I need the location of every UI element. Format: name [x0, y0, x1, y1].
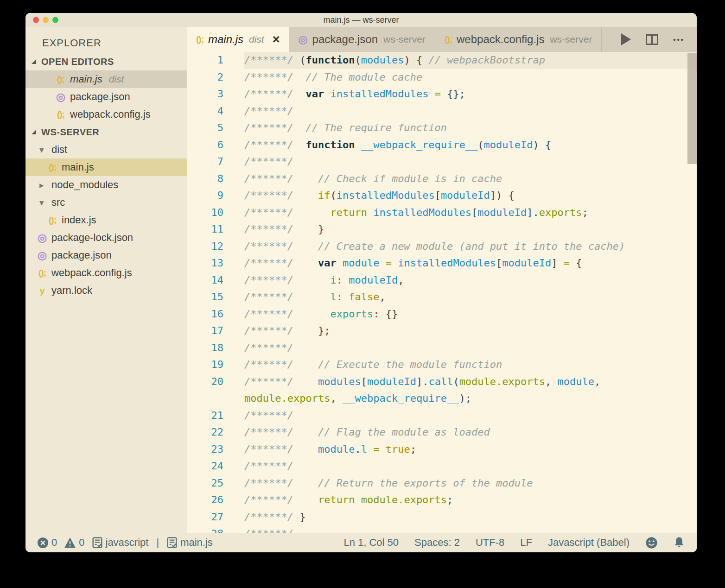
scrollbar-thumb[interactable] [687, 53, 697, 164]
code-line[interactable]: 28/******/ [187, 525, 697, 533]
split-editor-button[interactable] [646, 34, 658, 45]
line-number: 12 [187, 238, 223, 255]
open-editor-item-package.json[interactable]: ◎package.json [25, 88, 187, 106]
tab-main.js[interactable]: ();main.jsdist× [187, 27, 289, 52]
feedback-smiley-icon[interactable] [645, 537, 658, 549]
code-line[interactable]: 25/******/ // Return the exports of the … [187, 475, 697, 492]
close-icon[interactable]: × [273, 33, 280, 46]
code-text: /******/ return module.exports; [244, 492, 697, 509]
code-line[interactable]: 2/******/ // The module cache [187, 69, 697, 86]
tree-folder-node_modules[interactable]: ▸node_modules [25, 176, 187, 194]
tab-package.json[interactable]: ◎package.jsonws-server [289, 27, 435, 52]
tab-label: package.json [312, 33, 378, 46]
code-line[interactable]: 10/******/ return installedModules[modul… [187, 204, 697, 221]
line-number: 11 [187, 221, 223, 238]
tab-webpack.config.js[interactable]: ();webpack.config.jsws-server [435, 27, 602, 52]
code-line[interactable]: 12/******/ // Create a new module (and p… [187, 238, 697, 255]
status-right: Ln 1, Col 50Spaces: 2UTF-8LFJavascript (… [343, 537, 685, 549]
line-number: 4 [187, 103, 223, 120]
code-line[interactable]: 7/******/ [187, 153, 697, 171]
status-indentation[interactable]: Spaces: 2 [414, 537, 460, 549]
json-file-icon: ◎ [52, 91, 69, 103]
code-text: /******/ // The require function [244, 120, 697, 137]
open-editor-item-webpack.config.js[interactable]: ();webpack.config.js [25, 106, 187, 123]
code-line[interactable]: 14/******/ i: moduleId, [187, 272, 697, 289]
tree-file-yarn.lock[interactable]: yyarn.lock [25, 282, 187, 299]
code-line[interactable]: 11/******/ } [187, 221, 697, 238]
code-line[interactable]: 13/******/ var module = installedModules… [187, 255, 697, 272]
code-line[interactable]: 4/******/ [187, 103, 697, 120]
close-window-button[interactable] [33, 17, 39, 23]
tree-file-main.js[interactable]: ();main.js [25, 158, 187, 176]
section-header-workspace[interactable]: WS-SERVER [25, 123, 187, 141]
code-line[interactable]: 15/******/ l: false, [187, 289, 697, 306]
js-file-icon: (); [44, 215, 61, 225]
code-line[interactable]: 22/******/ // Flag the module as loaded [187, 424, 697, 441]
code-line[interactable]: 18/******/ [187, 340, 697, 357]
line-number: 26 [187, 492, 223, 509]
code-line[interactable]: module.exports, __webpack_require__); [187, 390, 697, 407]
window-title: main.js — ws-server [25, 13, 697, 27]
tree-file-package-lock.json[interactable]: ◎package-lock.json [25, 229, 187, 247]
yarn-file-icon: y [34, 285, 51, 296]
code-line[interactable]: 19/******/ // Execute the module functio… [187, 356, 697, 373]
line-number: 1 [187, 52, 223, 69]
code-line[interactable]: 8/******/ // Check if module is in cache [187, 171, 697, 188]
code-text: module.exports, __webpack_require__); [244, 390, 697, 407]
json-file-icon: ◎ [34, 232, 51, 244]
code-text: /******/ var module = installedModules[m… [244, 255, 697, 272]
more-actions-button[interactable]: ••• [673, 36, 685, 44]
line-number: 18 [187, 340, 223, 357]
problems-indicator[interactable]: 0 0 [38, 537, 85, 549]
tree-file-index.js[interactable]: ();index.js [25, 211, 187, 229]
tree-item-label: package.json [51, 249, 112, 261]
open-editor-item-main.js[interactable]: ();main.jsdist [25, 70, 187, 88]
zoom-window-button[interactable] [52, 17, 58, 23]
run-button[interactable] [621, 33, 631, 45]
tree-item-label: webpack.config.js [51, 267, 132, 279]
tree-folder-src[interactable]: ▾src [25, 194, 187, 211]
code-editor[interactable]: 1/******/ (function(modules) { // webpac… [187, 52, 697, 533]
code-text: /******/ exports: {} [244, 306, 697, 323]
code-text: /******/ } [244, 221, 697, 238]
tree-file-webpack.config.js[interactable]: ();webpack.config.js [25, 264, 187, 282]
explorer-sidebar: EXPLORER OPEN EDITORS();main.jsdist◎pack… [25, 27, 187, 533]
linter-status[interactable]: javascript | main.js [92, 537, 213, 549]
line-number: 28 [187, 525, 223, 533]
section-twisty-icon [32, 130, 36, 134]
code-line[interactable]: 21/******/ [187, 407, 697, 424]
code-line[interactable]: 9/******/ if(installedModules[moduleId])… [187, 187, 697, 204]
section-header-open-editors[interactable]: OPEN EDITORS [25, 53, 187, 70]
code-line[interactable]: 24/******/ [187, 458, 697, 475]
tree-file-package.json[interactable]: ◎package.json [25, 247, 187, 264]
section-header-label: WS-SERVER [41, 127, 99, 138]
status-eol[interactable]: LF [520, 537, 532, 549]
status-encoding[interactable]: UTF-8 [476, 537, 504, 549]
code-text: /******/ i: moduleId, [244, 272, 697, 289]
editor-column: ();main.jsdist×◎package.jsonws-server();… [187, 27, 697, 533]
tree-folder-dist[interactable]: ▾dist [25, 141, 187, 158]
notifications-bell-icon[interactable] [674, 537, 685, 549]
code-line[interactable]: 3/******/ var installedModules = {}; [187, 86, 697, 103]
explorer-rows: OPEN EDITORS();main.jsdist◎package.json(… [25, 53, 187, 299]
code-text: /******/ } [244, 509, 697, 526]
open-editor-label: webpack.config.js [70, 108, 151, 120]
code-line[interactable]: 26/******/ return module.exports; [187, 492, 697, 509]
code-text: /******/ (function(modules) { // webpack… [244, 52, 697, 69]
code-line[interactable]: 27/******/ } [187, 509, 697, 526]
status-cursor-position[interactable]: Ln 1, Col 50 [343, 537, 399, 549]
code-line[interactable]: 16/******/ exports: {} [187, 306, 697, 323]
status-language-mode[interactable]: Javascript (Babel) [548, 537, 630, 549]
code-line[interactable]: 20/******/ modules[moduleId].call(module… [187, 373, 697, 391]
errors-icon [38, 537, 48, 548]
code-line[interactable]: 5/******/ // The require function [187, 120, 697, 137]
tree-item-label: main.js [62, 161, 94, 173]
code-line[interactable]: 1/******/ (function(modules) { // webpac… [187, 52, 697, 69]
tree-item-label: dist [51, 144, 67, 156]
code-line[interactable]: 17/******/ }; [187, 322, 697, 340]
minimize-window-button[interactable] [43, 17, 49, 23]
linter-file: main.js [180, 537, 213, 549]
code-line[interactable]: 6/******/ function __webpack_require__(m… [187, 137, 697, 154]
line-number: 24 [187, 458, 223, 475]
code-line[interactable]: 23/******/ module.l = true; [187, 441, 697, 458]
